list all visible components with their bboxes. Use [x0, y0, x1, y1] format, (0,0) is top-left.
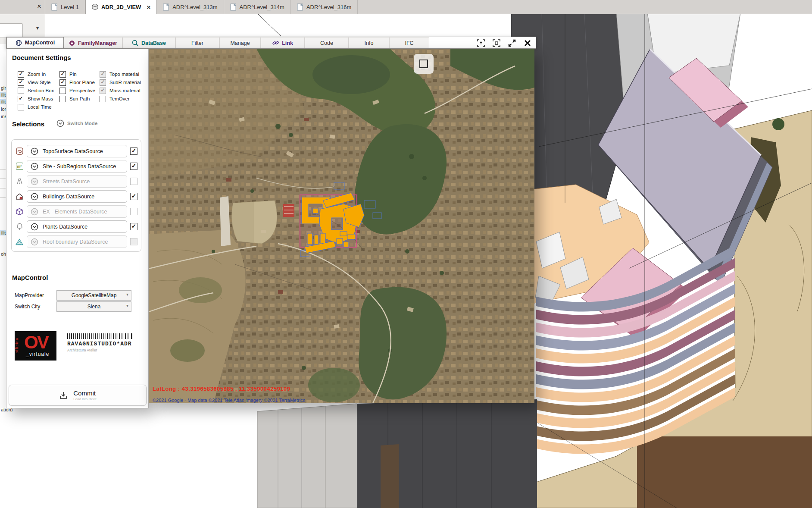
- commit-button[interactable]: Commit Load into Revit: [9, 385, 147, 406]
- plan-view-icon: [297, 3, 303, 11]
- datasource-select[interactable]: Roof boundary DataSource: [27, 235, 127, 248]
- tab-familymanager[interactable]: FamilyManager: [64, 37, 122, 48]
- plan-view-icon: [230, 3, 237, 11]
- switch-city-dropdown[interactable]: Siena ▾: [56, 301, 131, 312]
- settings-column-2: ✓Pin ✓Floor Plane Perspective Sun Path: [59, 70, 95, 103]
- view-tab-adr-3d-view[interactable]: ADR_3D_VIEW ×: [85, 0, 157, 14]
- tab-label: Link: [282, 40, 293, 46]
- setting-subr-material[interactable]: ✓SubR material: [100, 78, 141, 86]
- datasource-list: TopoSurface DataSource ✓ m² Site - SubRe…: [11, 139, 141, 252]
- fit-frame-icon[interactable]: [493, 39, 500, 47]
- barcode-graphic: [67, 333, 133, 339]
- streets-row: Streets DataSource: [15, 174, 137, 189]
- setting-view-style[interactable]: ✓View Style: [18, 78, 54, 86]
- buildings-row: Buildings DataSource ✓: [15, 189, 137, 204]
- view-tab-adr-level-313m[interactable]: ADR^Level_313m: [157, 0, 224, 14]
- setting-pin[interactable]: ✓Pin: [59, 70, 95, 78]
- datasource-select[interactable]: TopoSurface DataSource: [27, 145, 127, 157]
- view-tab-label: ADR^Level_314m: [240, 4, 284, 10]
- setting-floor-plane[interactable]: ✓Floor Plane: [59, 78, 95, 86]
- tab-info[interactable]: Info: [349, 37, 389, 48]
- tab-ifc[interactable]: IFC: [389, 37, 429, 48]
- mapcontrol-panel: Document Settings ✓Zoom In ✓View Style S…: [6, 49, 149, 408]
- datasource-select[interactable]: Streets DataSource: [27, 175, 127, 188]
- datasource-checkbox[interactable]: [130, 238, 137, 245]
- view-tab-label: Level 1: [61, 4, 79, 10]
- family-icon: [69, 40, 75, 46]
- expand-icon[interactable]: [508, 39, 516, 47]
- view-tab-adr-level-314m[interactable]: ADR^Level_314m: [224, 0, 291, 14]
- switch-mode-label: Switch Mode: [67, 121, 97, 126]
- setting-show-mass[interactable]: ✓Show Mass: [18, 95, 54, 103]
- plugin-tab-bar: MapControl FamilyManager DataBase Filter…: [6, 37, 536, 49]
- close-tab-icon[interactable]: ×: [147, 3, 150, 11]
- plan-view-icon: [51, 3, 58, 11]
- map-provider-dropdown[interactable]: GoogleSatelliteMap ▾: [56, 290, 131, 301]
- tab-manage[interactable]: Manage: [219, 37, 261, 48]
- datasource-select[interactable]: Site - SubRegions DataSource: [27, 160, 127, 172]
- square-select-icon: [419, 60, 428, 68]
- satellite-map-image: [149, 49, 534, 403]
- setting-perspective[interactable]: Perspective: [59, 87, 95, 94]
- chevron-circle-icon: [31, 208, 38, 216]
- setting-mass-material[interactable]: ✓Mass material: [100, 87, 141, 94]
- close-icon[interactable]: [524, 39, 531, 47]
- ov-virtuale-logo: officina OV _virtuale: [15, 331, 56, 361]
- datasource-checkbox[interactable]: ✓: [130, 147, 137, 155]
- tab-filter[interactable]: Filter: [175, 37, 219, 48]
- switch-city-row: Switch City Siena ▾: [15, 301, 131, 312]
- close-panel-icon[interactable]: ×: [37, 2, 41, 11]
- setting-section-box[interactable]: Section Box: [18, 87, 54, 94]
- view-tab-label: ADR^Level_313m: [172, 4, 217, 10]
- setting-local-time[interactable]: Local Time: [18, 103, 54, 111]
- tab-link[interactable]: Link: [261, 37, 305, 48]
- streets-icon: [15, 178, 24, 185]
- datasource-checkbox[interactable]: [130, 208, 137, 215]
- satellite-map-viewport[interactable]: LatLong : 43.3196583605885 , 11.33590042…: [149, 49, 534, 403]
- map-selection-tool[interactable]: [414, 54, 434, 74]
- plants-row: Plants DataSource ✓: [15, 219, 137, 234]
- datasource-select[interactable]: EX - Elements DataSource: [27, 205, 127, 218]
- datasource-checkbox[interactable]: [130, 178, 137, 185]
- view-tab-adr-level-316m[interactable]: ADR^Level_316m: [291, 0, 358, 14]
- studio-name: RAVAGNISTUDIO*ADR: [67, 341, 133, 347]
- type-selector-fragment[interactable]: [0, 23, 23, 38]
- subregions-row: m² Site - SubRegions DataSource ✓: [15, 159, 137, 174]
- studio-block: RAVAGNISTUDIO*ADR Architettura Atelier: [67, 331, 133, 361]
- area-m2-icon: m²: [15, 163, 24, 170]
- tab-code[interactable]: Code: [305, 37, 349, 48]
- buildings-icon: [15, 193, 24, 201]
- chevron-down-icon[interactable]: ▾: [36, 25, 39, 31]
- datasource-checkbox[interactable]: ✓: [130, 223, 137, 230]
- map-provider-row: MapProvider GoogleSatelliteMap ▾: [15, 290, 131, 301]
- tab-mapcontrol[interactable]: MapControl: [6, 37, 64, 48]
- setting-temover[interactable]: TemOver: [100, 95, 141, 103]
- datasource-checkbox[interactable]: ✓: [130, 163, 137, 170]
- tab-database[interactable]: DataBase: [122, 37, 175, 48]
- roof-boundary-row: Roof boundary DataSource: [15, 234, 137, 249]
- map-copyright: ©2021 Google - Map data ©2021 Tele Atlas…: [153, 398, 305, 403]
- switch-city-label: Switch City: [15, 304, 56, 310]
- view-tab-level1[interactable]: Level 1: [45, 0, 85, 14]
- chevron-down-icon: ▾: [126, 292, 128, 297]
- datasource-checkbox[interactable]: ✓: [130, 193, 137, 200]
- link-icon: [272, 40, 279, 46]
- branding-block: officina OV _virtuale RAVAGNISTUDIO*ADR …: [15, 331, 133, 361]
- chevron-circle-icon: [31, 147, 38, 155]
- switch-mode-button[interactable]: Switch Mode: [56, 119, 97, 127]
- tab-label: Manage: [230, 40, 250, 46]
- setting-sun-path[interactable]: Sun Path: [59, 95, 95, 103]
- setting-topo-material[interactable]: ✓Topo material: [100, 70, 141, 78]
- chevron-circle-icon: [31, 193, 38, 201]
- chevron-circle-icon: [31, 178, 38, 185]
- datasource-select[interactable]: Buildings DataSource: [27, 190, 127, 203]
- setting-zoom-in[interactable]: ✓Zoom In: [18, 70, 54, 78]
- map-provider-label: MapProvider: [15, 292, 56, 298]
- datasource-select[interactable]: Plants DataSource: [27, 220, 127, 233]
- document-settings-title: Document Settings: [12, 54, 71, 61]
- settings-column-3: ✓Topo material ✓SubR material ✓Mass mate…: [100, 70, 141, 103]
- focus-region-icon[interactable]: [477, 39, 485, 47]
- cube-icon: [15, 208, 24, 216]
- mapcontrol-section-title: MapControl: [12, 274, 48, 281]
- toposurface-row: TopoSurface DataSource ✓: [15, 144, 137, 159]
